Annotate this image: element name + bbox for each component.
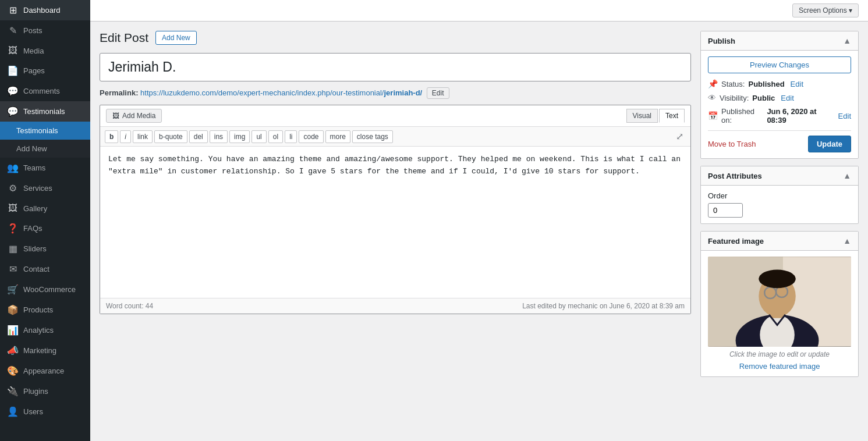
gallery-icon: 🖼 <box>7 203 19 214</box>
sidebar-item-products[interactable]: 📦 Products <box>0 300 90 320</box>
remove-featured-image-link[interactable]: Remove featured image <box>739 362 820 371</box>
btn-code[interactable]: code <box>299 130 323 143</box>
faqs-icon: ❓ <box>7 223 19 234</box>
permalink-bar: Permalink: https://luzukdemo.com/demo/ex… <box>100 87 691 99</box>
sidebar-item-add-new[interactable]: Add New <box>0 140 90 158</box>
post-title-input[interactable] <box>100 53 691 81</box>
btn-ol[interactable]: ol <box>268 130 283 143</box>
sidebar-item-services[interactable]: ⚙ Services <box>0 178 90 198</box>
featured-image-thumbnail[interactable] <box>708 257 851 347</box>
sidebar-submenu-testimonials: Testimonials Add New <box>0 122 90 158</box>
btn-ins[interactable]: ins <box>210 130 228 143</box>
btn-li[interactable]: li <box>285 130 297 143</box>
post-attributes-box: Post Attributes ▲ Order <box>700 166 859 224</box>
btn-bold[interactable]: b <box>105 130 118 143</box>
sidebar-item-label: Services <box>23 184 52 193</box>
move-to-trash-link[interactable]: Move to Trash <box>708 140 756 148</box>
sidebar-item-woocommerce[interactable]: 🛒 WooCommerce <box>0 279 90 300</box>
sidebar-item-label: Dashboard <box>23 6 61 15</box>
featured-image-title: Featured image <box>708 237 764 246</box>
publish-box-toggle[interactable]: ▲ <box>843 36 851 45</box>
sidebar-item-teams[interactable]: 👥 Teams <box>0 158 90 178</box>
edit-permalink-button[interactable]: Edit <box>427 87 449 99</box>
pages-icon: 📄 <box>7 65 19 76</box>
add-new-button[interactable]: Add New <box>155 31 197 45</box>
order-label: Order <box>708 191 851 200</box>
preview-changes-button[interactable]: Preview Changes <box>708 56 851 73</box>
editor-content-area[interactable]: Let me say something. You have an amazin… <box>100 147 690 298</box>
expand-editor-button[interactable]: ⤢ <box>674 130 686 143</box>
status-edit-link[interactable]: Edit <box>791 80 803 88</box>
screen-options-button[interactable]: Screen Options ▾ <box>792 3 859 17</box>
marketing-icon: 📣 <box>7 345 19 356</box>
editor-container: 🖼 Add Media Visual Text b i link b-quote… <box>100 105 691 314</box>
published-on-edit-link[interactable]: Edit <box>838 112 851 120</box>
word-count-info: Word count: 44 <box>106 302 153 310</box>
sidebar-item-posts[interactable]: ✎ Posts <box>0 20 90 41</box>
btn-more[interactable]: more <box>325 130 350 143</box>
featured-image-body: Click the image to edit or update Remove… <box>701 251 858 376</box>
media-icon: 🖼 <box>7 45 19 56</box>
post-attributes-header: Post Attributes ▲ <box>701 166 858 186</box>
add-media-icon: 🖼 <box>112 112 119 120</box>
view-tabs: Visual Text <box>626 109 685 123</box>
btn-del[interactable]: del <box>189 130 208 143</box>
status-icon: 📌 <box>708 79 718 88</box>
plugins-icon: 🔌 <box>7 386 19 397</box>
featured-image-toggle[interactable]: ▲ <box>843 236 851 246</box>
teams-icon: 👥 <box>7 162 19 173</box>
btn-close-tags[interactable]: close tags <box>352 130 393 143</box>
published-on-value: Jun 6, 2020 at 08:39 <box>767 107 832 125</box>
sidebar-item-pages[interactable]: 📄 Pages <box>0 61 90 81</box>
post-attributes-body: Order <box>701 186 858 223</box>
btn-italic[interactable]: i <box>120 130 131 143</box>
sidebar-item-comments[interactable]: 💬 Comments <box>0 81 90 101</box>
add-media-button[interactable]: 🖼 Add Media <box>106 109 162 123</box>
btn-ul[interactable]: ul <box>251 130 266 143</box>
btn-bquote[interactable]: b-quote <box>154 130 187 143</box>
sidebar-item-analytics[interactable]: 📊 Analytics <box>0 320 90 340</box>
sidebar-item-label: Teams <box>23 163 45 172</box>
featured-image-box: Featured image ▲ <box>700 231 859 377</box>
sidebar-item-plugins[interactable]: 🔌 Plugins <box>0 381 90 401</box>
featured-image-container: Click the image to edit or update Remove… <box>708 257 851 371</box>
order-input[interactable] <box>708 203 743 218</box>
sidebar-item-testimonials-parent[interactable]: 💬 Testimonials <box>0 101 90 122</box>
sidebar-item-label: Pages <box>23 66 45 75</box>
editor-section: Edit Post Add New Permalink: https://luz… <box>100 31 691 432</box>
editor-buttons-bar: b i link b-quote del ins img ul ol li co… <box>100 127 690 147</box>
sidebar-item-label: WooCommerce <box>23 285 76 294</box>
sidebar-submenu-label: Testimonials <box>16 126 58 135</box>
sidebar-item-label: Plugins <box>23 387 48 396</box>
sidebar-item-label: Testimonials <box>23 107 65 116</box>
text-tab[interactable]: Text <box>659 109 685 123</box>
sidebar-item-faqs[interactable]: ❓ FAQs <box>0 218 90 239</box>
sidebar-item-contact[interactable]: ✉ Contact <box>0 259 90 279</box>
visibility-edit-link[interactable]: Edit <box>781 94 793 102</box>
services-icon: ⚙ <box>7 183 19 194</box>
update-button[interactable]: Update <box>808 136 851 152</box>
sidebar-item-label: Posts <box>23 26 42 35</box>
sidebar-item-users[interactable]: 👤 Users <box>0 401 90 422</box>
post-attributes-toggle[interactable]: ▲ <box>843 171 851 180</box>
btn-img[interactable]: img <box>229 130 250 143</box>
visibility-icon: 👁 <box>708 93 716 102</box>
sidebar-item-gallery[interactable]: 🖼 Gallery <box>0 198 90 218</box>
sidebar-item-appearance[interactable]: 🎨 Appearance <box>0 361 90 381</box>
last-edited-info: Last edited by mechanic on June 6, 2020 … <box>522 302 685 310</box>
sidebar-item-media[interactable]: 🖼 Media <box>0 41 90 61</box>
sidebar-item-label: FAQs <box>23 224 42 233</box>
sidebar-item-marketing[interactable]: 📣 Marketing <box>0 340 90 361</box>
sidebar-item-dashboard[interactable]: ⊞ Dashboard <box>0 0 90 20</box>
permalink-url[interactable]: https://luzukdemo.com/demo/expert-mechan… <box>140 88 422 97</box>
status-label: Status: <box>721 80 745 88</box>
visual-tab[interactable]: Visual <box>626 109 658 123</box>
btn-link[interactable]: link <box>133 130 153 143</box>
editor-footer: Word count: 44 Last edited by mechanic o… <box>100 298 690 314</box>
sidebar: ⊞ Dashboard ✎ Posts 🖼 Media 📄 Pages 💬 Co… <box>0 0 90 441</box>
sidebar-item-sliders[interactable]: ▦ Sliders <box>0 239 90 259</box>
publish-box-title: Publish <box>708 37 735 45</box>
visibility-value: Public <box>752 94 775 102</box>
calendar-icon: 📅 <box>708 111 718 120</box>
sidebar-item-testimonials[interactable]: Testimonials <box>0 122 90 140</box>
